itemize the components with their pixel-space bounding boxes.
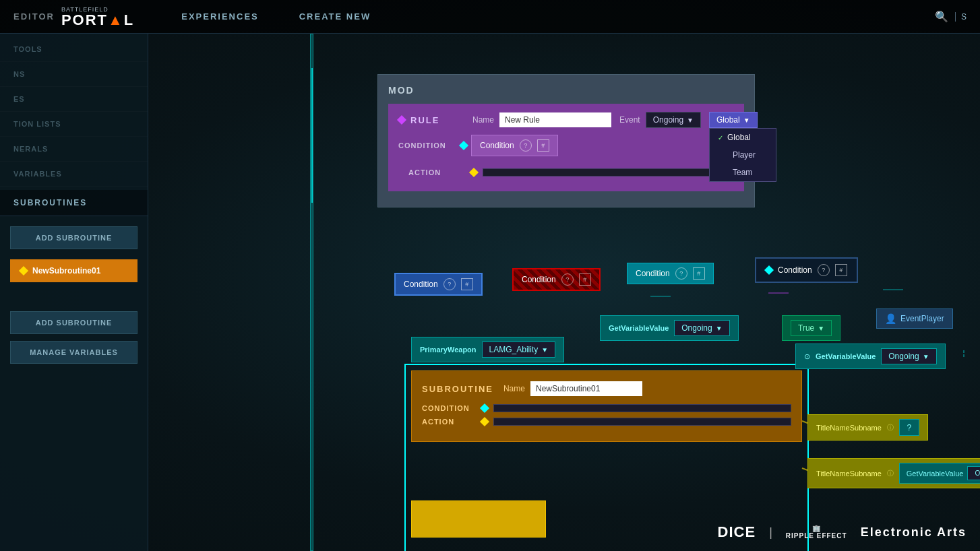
manage-variables-button[interactable]: MANAGE VARIABLES xyxy=(10,341,137,364)
action-label: ACTION xyxy=(408,168,462,176)
title-name-help-icon-1[interactable]: ⓘ xyxy=(887,423,894,432)
lamg-ability-dropdown[interactable]: LAMG_Ability ▼ xyxy=(482,342,556,358)
float-blue-hash-icon[interactable]: # xyxy=(461,278,473,290)
dice-logo: DICE xyxy=(718,523,756,541)
scroll-line xyxy=(311,68,313,203)
sidebar-item-ns[interactable]: NS xyxy=(0,62,148,87)
event-dropdown[interactable]: Ongoing ▼ xyxy=(646,112,701,128)
rule-name-input[interactable] xyxy=(499,112,611,127)
nav-experiences[interactable]: EXPERIENCES xyxy=(175,8,265,25)
float-condition-dark: Condition ? # xyxy=(755,257,858,283)
gvv-ongoing-dropdown[interactable]: Ongoing ▼ xyxy=(674,320,729,336)
float-dark-hash-icon[interactable]: # xyxy=(835,264,847,276)
sidebar-section: ADD SUBROUTINE NewSubroutine01 xyxy=(0,216,148,298)
condition-pill[interactable]: Condition ? # xyxy=(471,135,558,156)
action-diamond-icon xyxy=(469,168,479,177)
sidebar-item-tools[interactable]: TOOLS xyxy=(0,37,148,62)
subroutine-action-label: ACTION xyxy=(422,418,476,426)
action-area: ACTION xyxy=(398,162,734,183)
top-navigation: EDITOR BATTLEFIELD PORT▲L EXPERIENCES CR… xyxy=(0,0,980,34)
subroutine-name-group: Name xyxy=(503,381,642,396)
yellow-block xyxy=(411,500,546,538)
event-field-label: Event xyxy=(619,115,640,125)
lamg-caret-icon: ▼ xyxy=(541,346,548,354)
main-canvas[interactable]: MOD RULE Name Event Ongoing ▼ xyxy=(155,34,980,551)
add-subroutine-button-2[interactable]: ADD SUBROUTINE xyxy=(10,311,137,334)
global-option-global[interactable]: ✓ Global xyxy=(710,129,776,146)
event-player-block: 👤 EventPlayer xyxy=(876,309,953,329)
global-dropdown-menu: ✓ Global Player Team xyxy=(709,128,776,182)
subroutine-item-01[interactable]: NewSubroutine01 xyxy=(10,259,137,282)
sidebar-item-generals[interactable]: NERALS xyxy=(0,137,148,162)
editor-label: EDITOR xyxy=(13,11,55,22)
title-name-help-icon-2[interactable]: ⓘ xyxy=(887,469,894,478)
search-icon[interactable]: 🔍 xyxy=(935,10,948,23)
rule-label: RULE xyxy=(410,115,464,125)
condition-help-icon[interactable]: ? xyxy=(520,139,532,152)
float-condition-cyan: Condition ? # xyxy=(627,263,714,284)
subroutine-action-bar xyxy=(493,418,791,426)
subroutine-block: SUBROUTINE Name CONDITION ACTION xyxy=(411,370,802,442)
float-blue-help-icon[interactable]: ? xyxy=(443,278,456,290)
nav-create-new[interactable]: CREATE NEW xyxy=(293,8,377,25)
float-dark-help-icon[interactable]: ? xyxy=(818,264,830,276)
event-caret-icon: ▼ xyxy=(687,117,694,124)
sub-condition-diamond xyxy=(480,403,489,413)
rule-header: RULE Name Event Ongoing ▼ Global ▼ xyxy=(398,112,734,128)
gvv-right-caret-icon: ▼ xyxy=(923,353,929,360)
subroutine-header: SUBROUTINE Name xyxy=(422,381,791,396)
title-name-gvv-icon-1[interactable]: ? xyxy=(899,419,919,436)
subroutine-name-input[interactable] xyxy=(530,381,642,396)
action-bar xyxy=(483,168,724,176)
subroutine-diamond-icon xyxy=(19,266,28,276)
search-text: S xyxy=(955,12,967,22)
true-block: True ▼ xyxy=(782,315,840,341)
left-scroll-indicator[interactable] xyxy=(310,34,313,551)
name-field-label: Name xyxy=(472,115,494,125)
gvv-right-block: ⊙ GetVariableValue Ongoing ▼ xyxy=(795,344,946,369)
sidebar-item-variables[interactable]: VARIABLES xyxy=(0,162,148,187)
svg-line-0 xyxy=(802,421,807,423)
global-option-team[interactable]: Team xyxy=(710,164,776,181)
subroutine-condition-bar xyxy=(493,404,791,412)
condition-diamond-icon xyxy=(459,141,468,150)
true-dropdown[interactable]: True ▼ xyxy=(791,320,832,336)
subroutines-header: SUBROUTINES xyxy=(0,190,148,216)
condition-pill-dark[interactable]: Condition ? # xyxy=(755,257,858,283)
sidebar-bottom-section: ADD SUBROUTINE MANAGE VARIABLES xyxy=(0,311,148,374)
add-subroutine-button[interactable]: ADD SUBROUTINE xyxy=(10,226,137,249)
global-option-player[interactable]: Player xyxy=(710,146,776,164)
svg-line-1 xyxy=(802,468,807,470)
mod-label: MOD xyxy=(388,85,744,96)
logo-separator-1: | xyxy=(769,525,772,540)
rule-diamond-icon xyxy=(397,115,406,125)
subroutine-action-row: ACTION xyxy=(422,418,791,426)
condition-pill-blue[interactable]: Condition ? # xyxy=(394,273,483,296)
ripple-effect-logo: 🏢 RIPPLE EFFECT xyxy=(786,525,847,540)
sidebar: TOOLS NS ES TION LISTS NERALS VARIABLES … xyxy=(0,34,148,551)
float-cyan-hash-icon[interactable]: # xyxy=(693,267,705,280)
gvv-right-ongoing-dropdown[interactable]: Ongoing ▼ xyxy=(881,348,936,364)
condition-pill-cyan[interactable]: Condition ? # xyxy=(627,263,714,284)
title-name-block-2: TitleNameSubname ⓘ GetVariableValue Ongo… xyxy=(807,458,980,488)
global-dropdown-btn[interactable]: Global ▼ xyxy=(709,112,758,128)
title-name-ongoing-dropdown[interactable]: Ongoing ▼ xyxy=(967,466,980,480)
condition-pill-red[interactable]: Condition ? # xyxy=(512,268,601,291)
condition-hash-icon[interactable]: # xyxy=(537,139,549,152)
rule-event-group: Event Ongoing ▼ xyxy=(619,112,701,128)
sidebar-item-action-lists[interactable]: TION LISTS xyxy=(0,112,148,137)
gvv-caret-icon: ▼ xyxy=(716,325,723,332)
sidebar-item-es[interactable]: ES xyxy=(0,87,148,112)
title-name-gvv-block[interactable]: GetVariableValue Ongoing ▼ xyxy=(899,463,980,484)
condition-sub-label: CONDITION xyxy=(398,141,452,150)
subroutine-condition-label: CONDITION xyxy=(422,404,476,412)
sidebar-menu-list: TOOLS NS ES TION LISTS NERALS VARIABLES xyxy=(0,34,148,190)
subroutine-label: SUBROUTINE xyxy=(422,384,493,394)
portal-text: PORT▲L xyxy=(61,13,134,28)
float-condition-blue: Condition ? # xyxy=(394,273,483,296)
condition-row: CONDITION Condition ? # xyxy=(398,135,734,156)
float-red-hash-icon[interactable]: # xyxy=(579,273,591,286)
nav-items: EXPERIENCES CREATE NEW xyxy=(175,8,377,25)
float-red-help-icon[interactable]: ? xyxy=(561,273,574,286)
float-cyan-help-icon[interactable]: ? xyxy=(675,267,687,280)
